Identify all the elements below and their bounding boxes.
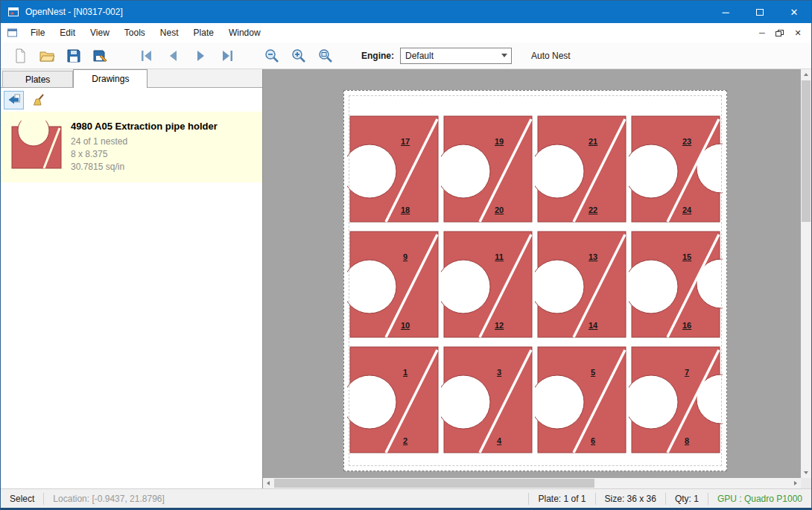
nested-part-pair[interactable]: 1516 <box>629 229 723 340</box>
menu-item-window[interactable]: Window <box>221 23 268 42</box>
drawing-list-item[interactable]: 4980 A05 Extraction pipe holder 24 of 1 … <box>1 112 262 182</box>
part-number: 7 <box>685 368 689 377</box>
nested-part-pair[interactable]: 2324 <box>629 113 723 225</box>
part-number: 20 <box>495 205 504 214</box>
horizontal-scrollbar[interactable] <box>263 478 801 488</box>
menu-item-view[interactable]: View <box>83 23 117 42</box>
part-shape-thumbnail <box>9 121 66 171</box>
document-icon <box>7 27 19 39</box>
nested-part-shape[interactable] <box>441 113 535 225</box>
mdi-minimize-button[interactable]: ─ <box>753 25 771 40</box>
nested-part-shape[interactable] <box>441 229 535 340</box>
zoom-out-button[interactable] <box>258 45 285 67</box>
scroll-down-button[interactable] <box>801 468 811 478</box>
first-plate-button[interactable] <box>133 45 160 67</box>
tab-strip: Plates Drawings <box>1 69 262 88</box>
assign-drawing-button[interactable] <box>4 91 24 109</box>
side-panel: Plates Drawings <box>1 69 263 488</box>
nested-part-shape[interactable] <box>347 344 441 456</box>
engine-label: Engine: <box>361 51 394 61</box>
nested-part-shape[interactable] <box>629 344 723 456</box>
open-folder-icon <box>39 48 55 64</box>
tab-drawings[interactable]: Drawings <box>73 69 148 88</box>
drawing-thumbnail <box>4 116 71 173</box>
scroll-left-icon <box>267 481 270 485</box>
scrollbar-corner <box>801 478 811 488</box>
engine-select[interactable]: Default <box>400 48 512 64</box>
menu-item-nest[interactable]: Nest <box>153 23 186 42</box>
next-plate-button[interactable] <box>187 45 214 67</box>
nested-part-pair[interactable]: 78 <box>629 344 723 456</box>
nested-part-shape[interactable] <box>441 344 535 456</box>
nested-part-pair[interactable]: 1314 <box>535 229 629 340</box>
nested-part-shape[interactable] <box>347 113 441 225</box>
close-button[interactable]: ✕ <box>777 1 811 23</box>
part-number: 13 <box>589 252 597 261</box>
first-icon <box>139 48 155 64</box>
maximize-button[interactable] <box>743 1 777 23</box>
menu-item-tools[interactable]: Tools <box>117 23 153 42</box>
clean-drawings-button[interactable] <box>28 91 48 109</box>
previous-plate-button[interactable] <box>160 45 187 67</box>
nested-part-pair[interactable]: 34 <box>441 344 535 456</box>
nested-part-pair[interactable]: 910 <box>347 229 441 340</box>
part-number: 9 <box>403 252 407 261</box>
last-plate-button[interactable] <box>214 45 241 67</box>
menu-item-plate[interactable]: Plate <box>186 23 221 42</box>
vertical-scroll-thumb[interactable] <box>802 80 811 222</box>
save-as-button[interactable] <box>87 45 114 67</box>
status-size: Size: 36 x 36 <box>596 494 665 504</box>
status-bar: Select Location: [-0.9437, 21.8796] Plat… <box>1 488 811 508</box>
nested-part-pair[interactable]: 1920 <box>441 113 535 225</box>
titlebar: OpenNest - [N0317-002] ─ ✕ <box>1 1 811 23</box>
vertical-scrollbar[interactable] <box>801 69 811 478</box>
mdi-close-button[interactable]: ✕ <box>789 25 807 40</box>
zoom-fit-button[interactable] <box>312 45 339 67</box>
drawing-area: 30.7815 sq/in <box>71 161 256 173</box>
nested-part-pair[interactable]: 56 <box>535 344 629 456</box>
horizontal-scroll-thumb[interactable] <box>274 479 594 488</box>
new-file-button[interactable] <box>7 45 34 67</box>
combo-arrow-icon <box>501 54 507 57</box>
main-area: Plates Drawings <box>1 69 811 488</box>
window-controls: ─ ✕ <box>708 1 811 23</box>
zoom-tool-group <box>258 45 339 67</box>
drawings-toolbar <box>1 88 262 112</box>
drawing-nested-count: 24 of 1 nested <box>71 136 256 148</box>
part-number: 18 <box>401 205 410 214</box>
part-number: 14 <box>589 321 597 330</box>
nested-part-pair[interactable]: 12 <box>347 344 441 456</box>
nested-part-shape[interactable] <box>535 113 629 225</box>
mdi-restore-icon <box>775 29 784 37</box>
save-button[interactable] <box>60 45 87 67</box>
nested-part-shape[interactable] <box>347 229 441 340</box>
mdi-minimize-icon: ─ <box>759 28 765 37</box>
status-mode: Select <box>1 494 43 504</box>
nested-part-pair[interactable]: 1112 <box>441 229 535 340</box>
open-file-button[interactable] <box>34 45 60 67</box>
part-number: 22 <box>589 205 597 214</box>
menu-item-file[interactable]: File <box>23 23 52 42</box>
scroll-left-button[interactable] <box>263 478 273 488</box>
auto-nest-button[interactable]: Auto Nest <box>531 51 571 61</box>
previous-icon <box>165 48 182 64</box>
nested-part-shape[interactable] <box>535 229 629 340</box>
nested-part-shape[interactable] <box>535 344 629 456</box>
plate[interactable]: 171819202122232491011121314151612345678 <box>343 90 727 471</box>
part-number: 11 <box>495 252 504 261</box>
scroll-up-button[interactable] <box>801 69 811 80</box>
zoom-in-button[interactable] <box>285 45 312 67</box>
minimize-button[interactable]: ─ <box>708 1 743 23</box>
scroll-right-button[interactable] <box>790 478 801 488</box>
tab-plates[interactable]: Plates <box>2 71 73 87</box>
part-number: 6 <box>591 436 595 445</box>
nested-part-shape[interactable] <box>629 229 723 340</box>
engine-value: Default <box>405 51 434 61</box>
new-file-icon <box>12 48 28 64</box>
nested-part-pair[interactable]: 2122 <box>535 113 629 225</box>
mdi-restore-button[interactable] <box>771 25 789 40</box>
nest-canvas[interactable]: 171819202122232491011121314151612345678 <box>263 69 811 488</box>
nested-part-pair[interactable]: 1718 <box>347 113 441 225</box>
nested-part-shape[interactable] <box>629 113 723 225</box>
menu-item-edit[interactable]: Edit <box>52 23 83 42</box>
